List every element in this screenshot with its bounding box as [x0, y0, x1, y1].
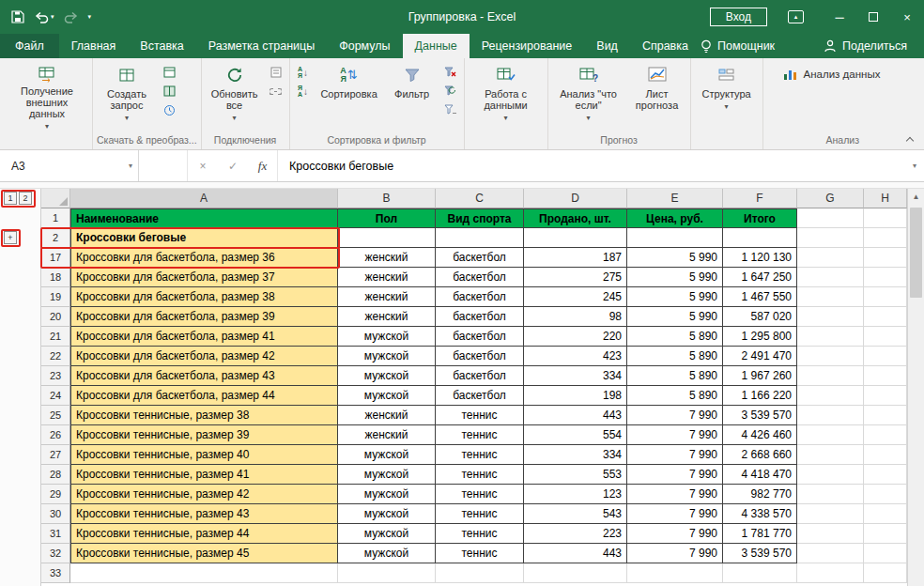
cell-D19[interactable]: 245 [524, 287, 627, 307]
cell-E23[interactable]: 5 890 [627, 366, 723, 386]
column-header-B[interactable]: B [338, 189, 436, 208]
cell-C24[interactable]: баскетбол [436, 386, 524, 406]
cell-F17[interactable]: 1 120 130 [723, 248, 797, 268]
row-header-20[interactable]: 20 [41, 307, 70, 327]
cell-F26[interactable]: 4 426 460 [723, 425, 797, 445]
cell-C18[interactable]: баскетбол [436, 268, 524, 287]
cell-G18[interactable] [797, 268, 864, 287]
cell-B30[interactable]: мужской [338, 504, 436, 524]
cell-G20[interactable] [797, 307, 864, 327]
cell-E21[interactable]: 5 890 [627, 327, 723, 347]
cell-B23[interactable]: мужской [338, 366, 436, 386]
cell-D32[interactable]: 443 [524, 544, 627, 563]
sign-in-button[interactable]: Вход [710, 8, 767, 26]
maximize-button[interactable] [856, 0, 890, 34]
reapply-filter-button[interactable] [441, 83, 460, 100]
outline-level-2-button[interactable]: 2 [19, 192, 32, 205]
sort-az-button[interactable]: АЯ↓ [294, 64, 313, 81]
cell-B2[interactable] [338, 228, 436, 248]
cell-A26[interactable]: Кроссовки теннисные, размер 39 [70, 425, 338, 445]
cell-E17[interactable]: 5 990 [627, 248, 723, 268]
cell-B24[interactable]: мужской [338, 386, 436, 406]
cell-H22[interactable] [864, 347, 907, 366]
cell-G23[interactable] [797, 366, 864, 386]
minimize-button[interactable]: ─ [823, 0, 856, 34]
ribbon-display-options-button[interactable]: ▴ [788, 10, 804, 23]
cell-E28[interactable]: 7 990 [627, 465, 723, 485]
data-tools-button[interactable]: Работа с данными ▾ [469, 60, 544, 132]
cell-D23[interactable]: 334 [524, 366, 627, 386]
cell-F23[interactable]: 1 967 260 [723, 366, 797, 386]
cell-G17[interactable] [797, 248, 864, 268]
cell-A30[interactable]: Кроссовки теннисные, размер 43 [70, 504, 338, 524]
cell-A31[interactable]: Кроссовки теннисные, размер 44 [70, 524, 338, 544]
close-button[interactable]: × [890, 0, 924, 34]
cell-G27[interactable] [797, 445, 864, 465]
edit-links-button[interactable] [267, 83, 285, 100]
cancel-entry-button[interactable]: × [188, 150, 218, 181]
cell-B31[interactable]: мужской [338, 524, 436, 544]
cell-C2[interactable] [436, 228, 524, 248]
row-header-2[interactable]: 2 [41, 228, 70, 248]
cell-E20[interactable]: 5 990 [627, 307, 723, 327]
vertical-scrollbar[interactable]: ▲ [907, 189, 924, 586]
cell-C31[interactable]: теннис [436, 524, 524, 544]
refresh-all-button[interactable]: Обновить все ▾ [206, 60, 264, 132]
cell-H1[interactable] [864, 208, 907, 228]
column-header-A[interactable]: A [70, 189, 338, 208]
cell-H27[interactable] [864, 445, 907, 465]
cell-A28[interactable]: Кроссовки теннисные, размер 41 [70, 465, 338, 485]
save-button[interactable] [11, 10, 24, 23]
cell-G28[interactable] [797, 465, 864, 485]
cell-B19[interactable]: женский [338, 287, 436, 307]
cell-H23[interactable] [864, 366, 907, 386]
row-header-26[interactable]: 26 [41, 425, 70, 445]
row-header-21[interactable]: 21 [41, 327, 70, 347]
tab-рецензирование[interactable]: Рецензирование [470, 34, 585, 58]
assistant-button[interactable]: Помощник [701, 34, 775, 58]
column-header-D[interactable]: D [524, 189, 627, 208]
cell-B28[interactable]: мужской [338, 465, 436, 485]
cell-D17[interactable]: 187 [524, 248, 627, 268]
cell-E18[interactable]: 5 990 [627, 268, 723, 287]
cell-E29[interactable]: 7 990 [627, 485, 723, 504]
properties-button[interactable] [267, 64, 285, 81]
cell-E31[interactable]: 7 990 [627, 524, 723, 544]
cell-E2[interactable] [627, 228, 723, 248]
cell-C19[interactable]: баскетбол [436, 287, 524, 307]
tab-формулы[interactable]: Формулы [327, 34, 402, 58]
cell-H21[interactable] [864, 327, 907, 347]
cell-F27[interactable]: 2 668 660 [723, 445, 797, 465]
cell-H33[interactable] [864, 563, 907, 583]
cell-A20[interactable]: Кроссовки для баскетбола, размер 39 [70, 307, 338, 327]
cell-D27[interactable]: 334 [524, 445, 627, 465]
name-box-splitter[interactable] [139, 150, 188, 181]
cell-F20[interactable]: 587 020 [723, 307, 797, 327]
tab-данные[interactable]: Данные [403, 34, 470, 58]
cell-F31[interactable]: 1 781 770 [723, 524, 797, 544]
row-header-32[interactable]: 32 [41, 544, 70, 563]
column-header-F[interactable]: F [723, 189, 797, 208]
cell-A17[interactable]: Кроссовки для баскетбола, размер 36 [70, 248, 338, 268]
cell-G29[interactable] [797, 485, 864, 504]
row-header-33[interactable]: 33 [41, 563, 70, 583]
cell-H18[interactable] [864, 268, 907, 287]
cell-D33[interactable] [524, 563, 627, 583]
formula-input[interactable]: Кроссовки беговые [278, 150, 905, 181]
cell-G32[interactable] [797, 544, 864, 563]
cell-B26[interactable]: женский [338, 425, 436, 445]
name-box[interactable]: A3 ▾ [0, 150, 139, 181]
cell-G19[interactable] [797, 287, 864, 307]
get-external-data-button[interactable]: Получение внешних данных ▾ [6, 60, 88, 132]
expand-formula-bar-button[interactable]: ▾ [905, 150, 924, 181]
sort-za-button[interactable]: ЯА↓ [294, 83, 313, 100]
tab-главная[interactable]: Главная [59, 34, 129, 58]
cell-A2[interactable]: Кроссовки беговые [70, 228, 338, 248]
enter-entry-button[interactable]: ✓ [218, 150, 248, 181]
cell-D26[interactable]: 554 [524, 425, 627, 445]
collapse-ribbon-button[interactable] [905, 136, 915, 146]
cell-E24[interactable]: 5 890 [627, 386, 723, 406]
cell-E30[interactable]: 7 990 [627, 504, 723, 524]
column-header-G[interactable]: G [797, 189, 864, 208]
analysis-tools-button[interactable]: Анализ данных [775, 63, 889, 85]
